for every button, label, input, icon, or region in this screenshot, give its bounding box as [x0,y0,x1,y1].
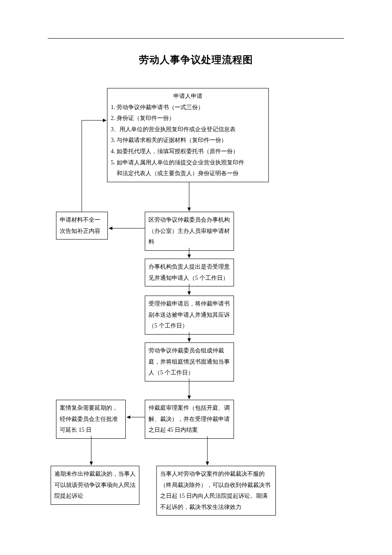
node-disagree: 当事人对劳动争议案件的仲裁裁决不服的（终局裁决除外），可以自收到仲裁裁决书之日起… [156,466,276,516]
apply-item-1: 1. 劳动争议仲裁申请书（一式三份） [111,102,265,113]
page-divider [48,38,344,39]
node-tribunal: 劳动争议仲裁委员会组成仲裁庭，并将组庭情况书面通知当事人（5 个工作日） [145,342,234,381]
node-hearing: 仲裁庭审理案件（包括开庭、调解、裁决），并在受理仲裁申请之日起 45 日内结案 [145,400,234,439]
apply-item-6: 5. 如申请人属用人单位的须提交企业营业执照复印件 [111,157,265,169]
apply-item-3: 3、用人单位的营业执照复印件或企业登记信息表 [111,124,265,135]
node-extend: 案情复杂需要延期的，经仲裁委员会主任批准可延长 15 日 [56,400,126,439]
apply-item-2: 2. 身份证（复印件一份） [111,113,265,124]
apply-item-4: 3. 与仲裁请求相关的证据材料（复印件一份） [111,135,265,146]
node-apply: 申请人申请 1. 劳动争议仲裁申请书（一式三份） 2. 身份证（复印件一份） 3… [107,88,269,182]
apply-item-5: 4. 如委托代理人，须填写授权委托书（原件一份） [111,146,265,157]
node-overdue: 逾期未作出仲裁裁决的，当事人可以就该劳动争议事项向人民法院提起诉讼 [51,466,139,505]
apply-item-6b: 和法定代表人（或主要负责人）身份证明各一份 [111,168,265,179]
node-apply-header: 申请人申请 [111,91,265,102]
diagram-title: 劳动人事争议处理流程图 [0,53,392,66]
node-serve-copy: 受理仲裁申请后，将仲裁申请书副本送达被申请人并通知其应诉（5 个工作日） [145,296,234,335]
node-supplement: 申请材料不全一次告知补正内容 [56,212,108,240]
node-accept-opinion: 办事机构负责人提出是否受理意见并通知申请人（5 个工作日） [145,259,234,286]
node-review: 区劳动争议仲裁委员会办事机构（办公室）主办人员审核申请材料 [145,212,234,251]
